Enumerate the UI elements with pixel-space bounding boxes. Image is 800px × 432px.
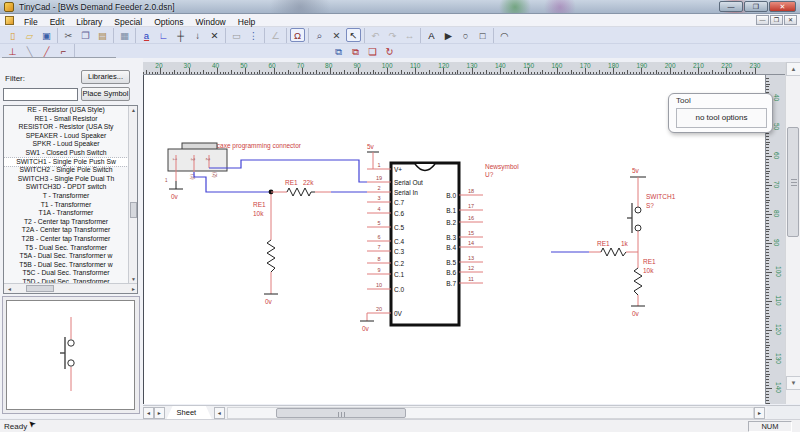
scrollbar-thumb[interactable] <box>276 408 406 418</box>
open-file-icon[interactable]: ▱ <box>22 28 37 42</box>
draw-text-icon[interactable]: A <box>424 28 439 42</box>
library-item[interactable]: SWITCH3D - DPDT switch <box>4 183 128 192</box>
zoom-tool-icon[interactable]: ⌕ <box>312 28 327 42</box>
filter-input[interactable] <box>3 88 78 101</box>
mirror-icon[interactable]: ↔ <box>402 28 417 42</box>
junction-icon[interactable]: ┼ <box>173 28 188 42</box>
resistor-10k-right[interactable] <box>634 268 642 295</box>
wire-dark-icon[interactable]: ⌐ <box>56 44 71 58</box>
mdi-restore-button[interactable]: ❐ <box>770 15 783 25</box>
save-file-icon[interactable]: ▣ <box>39 28 54 42</box>
library-item[interactable]: T2 - Center tap Transformer <box>4 218 128 227</box>
filter-label: Filter: <box>5 74 25 83</box>
scroll-left-icon[interactable]: ◄ <box>5 286 14 292</box>
library-item[interactable]: SWITCH3 - Single Pole Dual Th <box>4 175 128 184</box>
origin-tool-icon[interactable]: ⊥ <box>5 44 20 58</box>
annotate-text-icon[interactable]: a <box>139 28 154 42</box>
scroll-up-icon[interactable]: ▲ <box>129 107 138 113</box>
symbol-omega-icon[interactable]: Ω <box>290 28 305 42</box>
rotate-right-icon[interactable]: ↷ <box>385 28 400 42</box>
bus-drop-icon[interactable]: ↓ <box>190 28 205 42</box>
scrollbar-thumb[interactable] <box>787 127 799 237</box>
resistor-1k[interactable] <box>601 248 626 256</box>
resistor-22k[interactable] <box>287 188 315 196</box>
line-diag-fwd-icon[interactable]: ╱ <box>39 44 54 58</box>
draw-ellipse-icon[interactable]: ○ <box>458 28 473 42</box>
library-item[interactable]: T5C - Dual Sec. Transformer <box>4 269 128 278</box>
measure-icon[interactable]: ▭ <box>229 28 244 42</box>
library-item[interactable]: SPEAKER - Loud Speaker <box>4 132 128 141</box>
scrollbar-thumb[interactable] <box>26 285 54 292</box>
ruler-label: 130 <box>467 62 478 69</box>
library-item[interactable]: SW1 - Closed Push Switch <box>4 149 128 158</box>
library-item[interactable]: T1 - Transformer <box>4 201 128 210</box>
minimize-button[interactable]: — <box>719 1 743 12</box>
library-item[interactable]: T5 - Dual Sec. Transformer <box>4 244 128 253</box>
library-item[interactable]: SWITCH2 - Single Pole Switch <box>4 166 128 175</box>
scroll-up-icon[interactable]: ▲ <box>786 62 800 76</box>
scroll-down-icon[interactable]: ▼ <box>786 376 800 390</box>
library-item[interactable]: T5A - Dual Sec. Transformer w <box>4 252 128 261</box>
library-item[interactable]: T2A - Center tap Transformer <box>4 226 128 235</box>
symbol-list[interactable]: RE - Resistor (USA Style)RE1 - Small Res… <box>3 105 138 294</box>
library-item[interactable]: SPKR - Loud Speaker <box>4 140 128 149</box>
libraries-button[interactable]: Libraries... <box>81 70 130 84</box>
wire-serial-in[interactable] <box>194 172 271 192</box>
draw-polygon-icon[interactable]: ▶ <box>441 28 456 42</box>
library-item[interactable]: T - Transformer <box>4 192 128 201</box>
scroll-down-icon[interactable]: ▼ <box>129 276 138 282</box>
scroll-left-icon[interactable]: ◄ <box>214 407 225 419</box>
new-file-icon[interactable]: ▯ <box>5 28 20 42</box>
mdi-minimize-button[interactable]: — <box>756 15 769 25</box>
library-item[interactable]: T1A - Transformer <box>4 209 128 218</box>
close-button[interactable]: ✕ <box>769 1 796 12</box>
block-move-icon[interactable]: ❏ <box>365 44 380 58</box>
library-item[interactable]: RE1 - Small Resistor <box>4 115 128 124</box>
scroll-right-icon[interactable]: ► <box>754 407 765 419</box>
paste-icon[interactable]: ▤ <box>95 28 110 42</box>
resistor-ref: RE1 <box>643 258 656 265</box>
ic-pin-number: 15 <box>468 230 474 236</box>
draw-rectangle-icon[interactable]: □ <box>475 28 490 42</box>
rotate-left-icon[interactable]: ↶ <box>368 28 383 42</box>
library-item[interactable]: SWITCH1 - Single Pole Push Sw <box>4 158 128 167</box>
tab-scroll-right-icon[interactable]: ► <box>154 407 165 419</box>
document-icon[interactable] <box>5 16 14 25</box>
maximize-button[interactable]: ❐ <box>744 1 768 12</box>
block-export-icon[interactable]: ⧉ <box>348 44 363 58</box>
block-rotate-icon[interactable]: ↻ <box>382 44 397 58</box>
delete-item-icon[interactable]: ✕ <box>207 28 222 42</box>
wire-icon[interactable]: ∟ <box>156 28 171 42</box>
select-cursor-icon[interactable]: ↖ <box>346 28 361 42</box>
tab-scroll-left-icon[interactable]: ◄ <box>143 407 154 419</box>
details-icon[interactable]: ⋮ <box>246 28 261 42</box>
ground-symbol[interactable]: 0v <box>169 181 183 200</box>
ic-pin-label: C.2 <box>394 260 405 267</box>
sheet-tab[interactable]: Sheet 1 <box>167 406 212 419</box>
switch-circuit[interactable]: 5v SWITCH1 S? RE1 1k <box>551 167 676 317</box>
print-icon[interactable]: ▦ <box>117 28 132 42</box>
symbol-list-vscrollbar[interactable]: ▲ ▼ <box>128 106 137 283</box>
library-item[interactable]: T2B - Center tap Transformer <box>4 235 128 244</box>
mdi-close-button[interactable]: ✕ <box>784 15 797 25</box>
copy-icon[interactable]: ❐ <box>78 28 93 42</box>
scrollbar-thumb[interactable] <box>130 202 137 218</box>
ic-newsymbol[interactable]: Newsymbol U? 1V+19Serial Out2Serial In3C… <box>360 143 519 332</box>
library-item[interactable]: T5B - Dual Sec. Transformer w <box>4 261 128 270</box>
symbol-list-hscrollbar[interactable]: ◄ ► <box>4 283 138 293</box>
line-diag-back-icon[interactable]: ╲ <box>22 44 37 58</box>
place-symbol-button[interactable]: Place Symbol <box>81 87 130 101</box>
block-import-icon[interactable]: ⧉ <box>331 44 346 58</box>
scroll-right-icon[interactable]: ► <box>129 286 138 292</box>
cut-icon[interactable]: ✂ <box>61 28 76 42</box>
delete-x-icon[interactable]: ✕ <box>329 28 344 42</box>
resistor-ref[interactable]: RE1 <box>285 179 298 186</box>
resistor-10k-left[interactable]: RE1 10k 0v <box>253 194 278 305</box>
canvas-vscrollbar[interactable]: ▲ ▼ <box>785 62 800 404</box>
angle-icon[interactable]: ∠ <box>268 28 283 42</box>
library-item[interactable]: RE - Resistor (USA Style) <box>4 106 128 115</box>
library-item[interactable]: RESISTOR - Resistor (USA Sty <box>4 123 128 132</box>
canvas-hscrollbar[interactable] <box>227 407 754 419</box>
resistor-value[interactable]: 22k <box>303 179 314 186</box>
draw-arc-icon[interactable]: ◠ <box>497 28 512 42</box>
